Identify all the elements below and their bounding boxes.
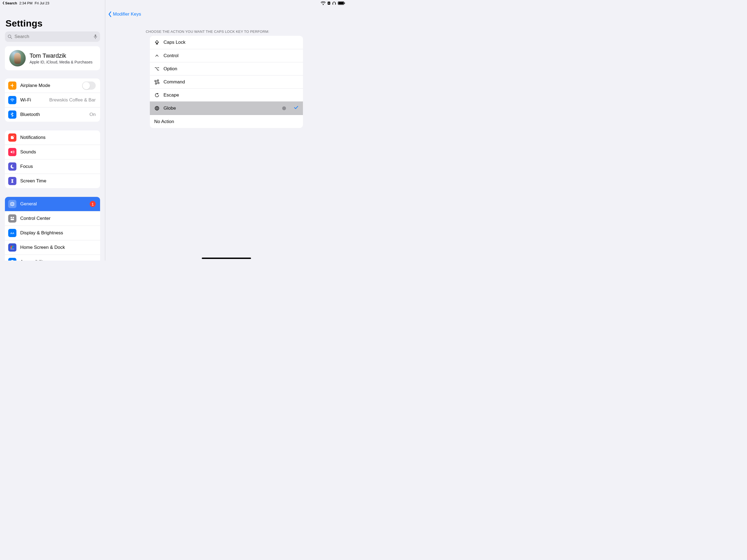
svg-rect-32 bbox=[10, 249, 14, 250]
back-button[interactable]: Modifier Keys bbox=[108, 11, 141, 17]
svg-rect-30 bbox=[11, 247, 12, 249]
sidebar-item-label: Home Screen & Dock bbox=[20, 245, 96, 250]
option-label: Escape bbox=[163, 93, 299, 98]
command-icon bbox=[154, 80, 160, 84]
globe-icon bbox=[154, 106, 160, 111]
profile-subtitle: Apple ID, iCloud, Media & Purchases bbox=[29, 60, 93, 64]
airplane-mode-icon bbox=[8, 81, 17, 90]
caps-lock-option-escape[interactable]: Escape bbox=[150, 88, 303, 101]
sidebar-item-general[interactable]: General1 bbox=[5, 197, 100, 211]
svg-point-13 bbox=[13, 136, 14, 137]
sidebar-item-control-center[interactable]: Control Center bbox=[5, 211, 100, 226]
svg-line-9 bbox=[11, 37, 12, 39]
svg-rect-25 bbox=[12, 217, 14, 218]
sidebar-item-label: General bbox=[20, 201, 86, 207]
screen-time-icon bbox=[8, 177, 17, 185]
accessibility-icon bbox=[8, 258, 17, 261]
svg-line-23 bbox=[11, 205, 11, 206]
section-header: CHOOSE THE ACTION YOU WANT THE CAPS LOCK… bbox=[141, 20, 312, 36]
svg-rect-10 bbox=[95, 34, 96, 37]
sidebar-item-label: Airplane Mode bbox=[20, 83, 78, 88]
sidebar-item-label: Focus bbox=[20, 164, 96, 169]
svg-rect-24 bbox=[11, 217, 12, 218]
svg-line-21 bbox=[14, 205, 14, 206]
sidebar-item-sounds[interactable]: Sounds bbox=[5, 145, 100, 159]
caps-lock-icon bbox=[154, 40, 160, 45]
search-field[interactable] bbox=[5, 31, 100, 42]
sidebar-item-label: Display & Brightness bbox=[20, 230, 96, 236]
escape-icon bbox=[154, 93, 160, 98]
sidebar-item-label: Wi-Fi bbox=[20, 97, 45, 103]
sidebar-item-value: Brewskis Coffee & Bar bbox=[49, 97, 96, 103]
detail-pane: Modifier Keys CHOOSE THE ACTION YOU WANT… bbox=[105, 0, 347, 261]
checkmark-icon bbox=[294, 105, 299, 111]
display-brightness-icon: AA bbox=[8, 229, 17, 237]
caps-lock-option-globe[interactable]: Globe bbox=[150, 101, 303, 115]
option-label: Caps Lock bbox=[163, 40, 299, 45]
sidebar-item-display-brightness[interactable]: AADisplay & Brightness bbox=[5, 226, 100, 240]
nav-bar: Modifier Keys bbox=[105, 8, 347, 20]
bluetooth-icon bbox=[8, 110, 17, 119]
home-indicator[interactable] bbox=[202, 258, 251, 259]
notifications-icon bbox=[8, 133, 17, 142]
svg-point-8 bbox=[8, 35, 11, 37]
svg-rect-26 bbox=[11, 219, 14, 220]
back-label: Modifier Keys bbox=[113, 11, 141, 17]
page-title: Settings bbox=[5, 18, 100, 29]
sidebar-item-label: Screen Time bbox=[20, 178, 96, 184]
sidebar-item-airplane-mode[interactable]: Airplane Mode bbox=[5, 78, 100, 93]
svg-line-22 bbox=[14, 202, 14, 203]
sidebar-item-label: Control Center bbox=[20, 216, 96, 221]
sidebar-item-focus[interactable]: Focus bbox=[5, 159, 100, 174]
sidebar-item-accessibility[interactable]: Accessibility bbox=[5, 255, 100, 261]
caps-lock-option-no-action[interactable]: No Action bbox=[150, 115, 303, 128]
option-label: Command bbox=[163, 79, 299, 85]
focus-icon bbox=[8, 162, 17, 171]
sidebar-item-home-screen-dock[interactable]: Home Screen & Dock bbox=[5, 240, 100, 255]
chevron-left-icon bbox=[108, 11, 112, 17]
caps-lock-action-list: Caps LockControlOptionCommandEscapeGlobe… bbox=[150, 36, 303, 128]
sidebar-item-screen-time[interactable]: Screen Time bbox=[5, 174, 100, 188]
search-icon bbox=[8, 34, 12, 39]
control-center-icon bbox=[8, 214, 17, 223]
sidebar-item-value: On bbox=[89, 112, 96, 117]
sidebar-item-label: Bluetooth bbox=[20, 112, 85, 117]
option-icon bbox=[154, 67, 160, 71]
sounds-icon bbox=[8, 148, 17, 156]
sidebar-item-wi-fi[interactable]: Wi-FiBrewskis Coffee & Bar bbox=[5, 93, 100, 107]
avatar bbox=[9, 50, 26, 67]
svg-line-20 bbox=[11, 202, 11, 203]
search-input[interactable] bbox=[15, 34, 91, 40]
sidebar-item-notifications[interactable]: Notifications bbox=[5, 130, 100, 145]
settings-sidebar: Settings Tom Twardzik Apple ID, iCloud, … bbox=[0, 0, 105, 261]
option-label: Control bbox=[163, 53, 299, 58]
option-label: Option bbox=[163, 66, 299, 72]
sidebar-item-label: Sounds bbox=[20, 149, 96, 155]
svg-rect-28 bbox=[11, 246, 12, 247]
dictation-icon[interactable] bbox=[94, 34, 97, 39]
profile-name: Tom Twardzik bbox=[29, 52, 93, 59]
badge: 1 bbox=[90, 201, 96, 207]
caps-lock-option-control[interactable]: Control bbox=[150, 49, 303, 62]
airplane-mode-toggle[interactable] bbox=[82, 81, 96, 90]
sidebar-item-bluetooth[interactable]: BluetoothOn bbox=[5, 107, 100, 122]
apple-id-card[interactable]: Tom Twardzik Apple ID, iCloud, Media & P… bbox=[5, 46, 100, 70]
option-label: No Action bbox=[154, 119, 299, 124]
caps-lock-option-option[interactable]: Option bbox=[150, 62, 303, 75]
svg-point-15 bbox=[12, 203, 13, 205]
wi-fi-icon bbox=[8, 96, 17, 104]
touch-indicator-icon bbox=[282, 106, 286, 110]
control-icon bbox=[154, 54, 160, 58]
caps-lock-option-command[interactable]: Command bbox=[150, 75, 303, 88]
svg-rect-31 bbox=[12, 247, 14, 249]
sidebar-item-label: Accessibility bbox=[20, 259, 96, 261]
sidebar-item-label: Notifications bbox=[20, 135, 96, 140]
svg-point-33 bbox=[10, 260, 14, 261]
svg-rect-36 bbox=[156, 44, 157, 44]
svg-point-11 bbox=[12, 101, 13, 101]
general-icon bbox=[8, 200, 17, 208]
option-label: Globe bbox=[163, 105, 278, 111]
svg-text:AA: AA bbox=[10, 232, 14, 235]
caps-lock-option-caps-lock[interactable]: Caps Lock bbox=[150, 36, 303, 49]
home-screen-dock-icon bbox=[8, 244, 17, 252]
